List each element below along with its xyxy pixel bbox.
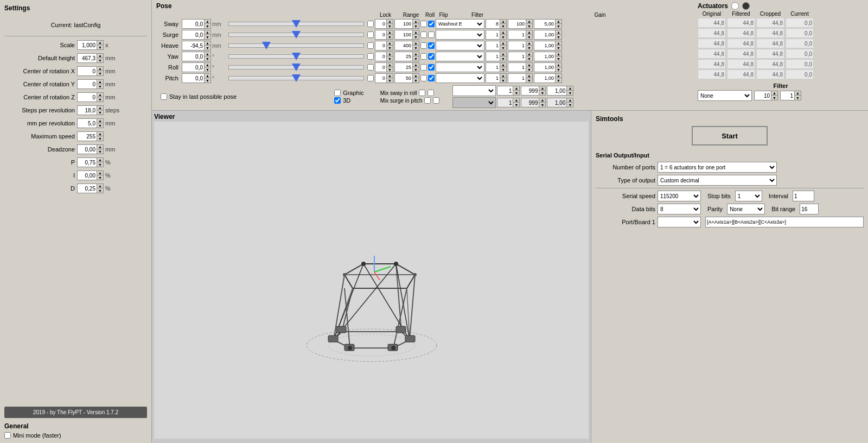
steps-rev-input[interactable] (78, 106, 97, 115)
axis-value-5[interactable]: ▲ ▼ (182, 73, 211, 83)
i-up[interactable]: ▲ (97, 171, 103, 175)
axis-value-1[interactable]: ▲ ▼ (182, 30, 211, 40)
steps-up[interactable]: ▲ (97, 106, 103, 110)
deadzone-down[interactable]: ▼ (97, 149, 103, 154)
default-height-input[interactable] (78, 54, 97, 62)
interval-input[interactable] (793, 191, 814, 201)
stop-bits-select[interactable]: 1 (735, 191, 762, 201)
range-lock-5[interactable]: ▲ ▼ (375, 73, 393, 83)
mix-sway-g2[interactable]: ▲▼ (521, 86, 546, 96)
mm-rev-up[interactable]: ▲ (97, 119, 103, 123)
mix-sway-g1-input[interactable] (497, 86, 513, 95)
cor-z-down[interactable]: ▼ (97, 97, 103, 102)
gain3-0[interactable]: ▲ ▼ (534, 19, 562, 29)
threed-checkbox[interactable] (334, 97, 341, 104)
mix-sway-g2-input[interactable] (521, 86, 539, 95)
p-spinner[interactable]: ▲ ▼ (77, 157, 104, 167)
gain1-0[interactable]: ▲ ▼ (486, 19, 507, 29)
roll-cb-2[interactable] (420, 42, 427, 49)
roll-cb-1[interactable] (420, 31, 427, 38)
mix-surge-g2[interactable]: ▲▼ (521, 98, 546, 107)
gain1-5[interactable]: ▲ ▼ (486, 73, 507, 83)
cor-z-spinner[interactable]: ▲ ▼ (77, 92, 104, 102)
lock-cb-3[interactable] (367, 53, 374, 60)
gain3-5[interactable]: ▲ ▼ (534, 73, 562, 83)
num-ports-select[interactable]: 1 = 6 actuators for one port (658, 162, 777, 173)
gain3-1[interactable]: ▲ ▼ (534, 30, 562, 40)
roll-cb-5[interactable] (420, 75, 427, 81)
height-down[interactable]: ▼ (97, 58, 103, 62)
cor-y-spinner[interactable]: ▲ ▼ (77, 79, 104, 89)
deadzone-spinner[interactable]: ▲ ▼ (77, 144, 104, 154)
mix-sway-filter[interactable] (452, 85, 496, 96)
i-input[interactable] (78, 171, 97, 180)
cor-x-spinner[interactable]: ▲ ▼ (77, 66, 104, 76)
d-input[interactable] (78, 184, 97, 193)
cor-x-down[interactable]: ▼ (97, 71, 103, 75)
mix-sway-g3[interactable]: ▲▼ (547, 86, 573, 96)
gain1-2[interactable]: ▲ ▼ (486, 41, 507, 50)
actuator-filter-spinner1[interactable]: ▲▼ (754, 91, 778, 100)
mix-surge-g3[interactable]: ▲▼ (547, 98, 573, 107)
axis-input-2[interactable] (182, 41, 204, 50)
roll-cb-4[interactable] (420, 64, 427, 71)
range-num-1[interactable]: ▲ ▼ (394, 30, 419, 40)
lock-cb-2[interactable] (367, 42, 374, 49)
range-lock-4[interactable]: ▲ ▼ (375, 62, 393, 72)
port-board-select[interactable] (658, 217, 701, 227)
flip-cb-1[interactable] (428, 31, 435, 38)
range-num-2[interactable]: ▲ ▼ (394, 41, 419, 50)
default-height-spinner[interactable]: ▲ ▼ (77, 53, 104, 63)
slider-track-1[interactable] (228, 33, 364, 37)
d-up[interactable]: ▲ (97, 184, 103, 188)
mix-surge-g1[interactable]: ▲▼ (497, 98, 520, 107)
filter-sel-0[interactable]: Washout E (436, 19, 484, 29)
gain1-1[interactable]: ▲ ▼ (486, 30, 507, 40)
roll-cb-3[interactable] (420, 53, 427, 60)
slider-track-3[interactable] (228, 54, 364, 59)
flip-cb-2[interactable] (428, 42, 435, 49)
flip-cb-5[interactable] (428, 75, 435, 81)
mix-sway-g3-input[interactable] (547, 86, 566, 95)
lock-cb-4[interactable] (367, 64, 374, 71)
actuator-filter-select[interactable]: None (698, 90, 752, 101)
slider-track-5[interactable] (228, 76, 364, 80)
range-lock-2[interactable]: ▲ ▼ (375, 41, 393, 50)
lock-cb-0[interactable] (367, 21, 374, 27)
mix-surge-cb1[interactable] (424, 97, 431, 104)
cor-y-down[interactable]: ▼ (97, 84, 103, 88)
gain2-0[interactable]: ▲ ▼ (508, 19, 533, 29)
axis-value-0[interactable]: ▲ ▼ (182, 19, 211, 29)
serial-speed-select[interactable]: 115200 (658, 191, 701, 201)
actuator-filter-input2[interactable] (781, 91, 794, 100)
mini-mode-checkbox[interactable] (4, 432, 11, 439)
gain2-3[interactable]: ▲ ▼ (508, 52, 533, 61)
actuator-filter-input1[interactable] (755, 91, 771, 100)
height-up[interactable]: ▲ (97, 54, 103, 58)
gain2-5[interactable]: ▲ ▼ (508, 73, 533, 83)
slider-track-2[interactable] (228, 43, 364, 48)
filter-sel-5[interactable] (436, 73, 484, 83)
max-speed-up[interactable]: ▲ (97, 132, 103, 136)
scale-up[interactable]: ▲ (97, 41, 103, 45)
bit-range-input[interactable] (800, 204, 819, 214)
axis-input-5[interactable] (182, 74, 204, 83)
mix-surge-filter[interactable] (452, 97, 496, 108)
axis-value-2[interactable]: ▲ ▼ (182, 41, 211, 50)
axis-input-1[interactable] (182, 30, 204, 39)
cor-z-input[interactable] (78, 93, 97, 102)
gain3-2[interactable]: ▲ ▼ (534, 41, 562, 50)
parity-select[interactable]: None (727, 204, 765, 214)
mix-sway-cb2[interactable] (427, 90, 434, 96)
range-lock-1[interactable]: ▲ ▼ (375, 30, 393, 40)
p-input[interactable] (78, 158, 97, 167)
flip-cb-3[interactable] (428, 53, 435, 60)
i-down[interactable]: ▼ (97, 175, 103, 180)
filter-sel-1[interactable] (436, 30, 484, 40)
roll-cb-0[interactable] (420, 21, 427, 27)
mm-rev-spinner[interactable]: ▲ ▼ (77, 118, 104, 128)
lock-cb-5[interactable] (367, 75, 374, 81)
lock-cb-1[interactable] (367, 31, 374, 38)
range-num-3[interactable]: ▲ ▼ (394, 52, 419, 61)
start-button[interactable]: Start (692, 126, 768, 145)
